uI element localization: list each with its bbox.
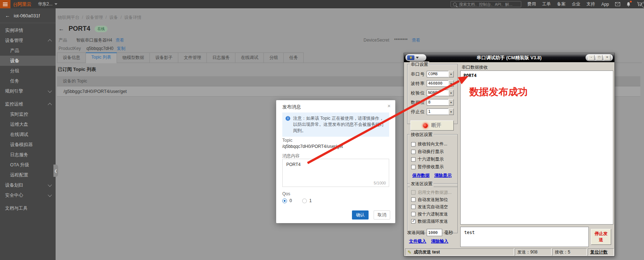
tab-topic-list[interactable]: Topic 列表 [86,52,117,63]
sidebar-item-device-mgmt[interactable]: 设备管理 [0,35,56,46]
cancel-button[interactable]: 取消 [374,210,390,219]
checkbox-hex-display[interactable]: 十六进制显示 [408,155,457,163]
topbar-menu-tickets[interactable]: 工单 [542,1,551,7]
save-data-link[interactable]: 保存数据 [412,172,430,179]
checkbox-icon [411,142,415,146]
tab-thing-model-data[interactable]: 物模型数据 [117,52,150,63]
sidebar-item-security-center[interactable]: 安全中心 [0,190,56,200]
dropdown-button[interactable] [448,71,454,77]
tab-jobs[interactable]: 任务 [284,52,304,63]
tab-log-service[interactable]: 日志服务 [207,52,235,63]
help-icon[interactable]: ? [641,2,644,8]
minimize-button[interactable]: - [588,55,595,60]
baud-rate-select[interactable]: 460800 [427,80,448,87]
search-input[interactable] [458,2,514,7]
tab-online-debug[interactable]: 在线调试 [235,52,264,63]
tab-device-shadow[interactable]: 设备影子 [150,52,178,63]
close-icon[interactable]: × [387,103,391,109]
status-message-segment: 成功发送 test [405,248,514,256]
dropdown-button[interactable] [448,80,454,87]
maximize-button[interactable]: □ [596,55,602,60]
receive-data-area[interactable]: PORT4 [460,71,613,225]
sidebar-item-instance-detail[interactable]: 实例详情 [0,25,56,35]
dropdown-button[interactable] [448,90,454,96]
send-data-box: test [460,227,589,247]
sidebar-item-ota-upgrade[interactable]: OTA 升级 [0,160,56,170]
bell-icon[interactable] [626,2,631,7]
productkey-copy-link[interactable]: 复制 [117,46,125,51]
checkbox-clear-after-send[interactable]: 发送完自动清空 [408,203,457,210]
sidebar-item-groups[interactable]: 分组 [0,66,56,76]
serial-titlebar[interactable]: ♛ 串口调试助手 (CM精装版 V3.8) - □ × [404,53,614,62]
checkbox-loop-send[interactable]: 数据流循环发送 [408,218,457,225]
interval-input[interactable] [427,229,442,236]
dropdown-button[interactable] [448,108,454,115]
sidebar-item-rules-engine[interactable]: 规则引擎 [0,86,56,96]
file-load-link[interactable]: 文件载入 [409,238,426,244]
product-view-link[interactable]: 查看 [116,38,124,43]
sidebar-item-device-simulator[interactable]: 设备模拟器 [0,140,56,150]
modal-buttons: 确认 取消 [352,210,390,219]
sidebar-item-log-service[interactable]: 日志服务 [0,150,56,160]
checkbox-hex-send[interactable]: 按十六进制发送 [408,210,457,218]
breadcrumb-devices[interactable]: 设备 [109,14,124,21]
com-port-select[interactable]: COM8 [427,71,448,77]
devicesecret-view-link[interactable]: 查看 [412,38,420,43]
topbar-menu-enterprise[interactable]: 企业 [572,1,580,7]
message-content-input[interactable]: PORT4 5/1000 [282,159,389,187]
sidebar-item-realtime-monitor[interactable]: 实时监控 [0,109,56,119]
topbar-menu-app[interactable]: App [601,2,609,7]
page-title: PORT4 [69,25,90,33]
sidebar-item-device-assign[interactable]: 设备划归 [0,180,56,190]
topbar-menu-icp[interactable]: 备案 [557,1,566,7]
send-data-input[interactable]: test [461,227,588,247]
global-search[interactable] [451,1,521,7]
tab-groups[interactable]: 分组 [264,52,284,63]
topbar-menu-support[interactable]: 支持 [587,1,595,7]
sidebar-collapse-handle[interactable]: ❮ [53,165,58,177]
breadcrumb-device-mgmt[interactable]: 设备管理 [86,14,109,21]
clear-display-link[interactable]: 清除显示 [434,172,452,179]
tab-file-mgmt[interactable]: 文件管理 [178,52,207,63]
checkbox-auto-newline[interactable]: 自动换行显示 [408,148,457,155]
alibaba-cloud-logo[interactable]: (-) 阿里云 [13,1,31,8]
sidebar-item-products[interactable]: 产品 [0,46,56,56]
statusbar: 成功发送 test 发送：908 接收：5 复位计数 [405,248,614,256]
tab-device-info[interactable]: 设备信息 [57,52,86,63]
back-arrow-icon[interactable]: ← [5,13,10,18]
hamburger-menu-icon[interactable] [0,0,10,8]
info-icon: i [286,116,290,121]
message-icon[interactable] [615,2,620,6]
qos-0-radio[interactable] [282,199,287,203]
checkbox-pause-recv[interactable]: 暂停接收显示 [408,163,457,171]
region-selector[interactable]: 华东2... [38,1,57,7]
back-arrow-icon[interactable]: ← [58,26,64,32]
sidebar-item-devices[interactable]: 设备 [0,56,56,66]
sidebar-item-jobs[interactable]: 任务 [0,76,56,86]
sidebar-item-remote-config[interactable]: 远程配置 [0,170,56,180]
clear-input-link[interactable]: 清除输入 [431,238,448,244]
sidebar-item-docs-tools[interactable]: 文档与工具 [0,203,56,213]
data-bits-select[interactable]: 8 [427,99,448,106]
send-settings-group: 发送区设置 启用文件数据源... 自动发送附加位 发送完自动清空 按十六进制发送… [407,183,458,233]
sidebar-item-ops-dashboard[interactable]: 运维大盘 [0,119,56,129]
sidebar-item-online-debug[interactable]: 在线调试 [0,129,56,140]
reset-counter-link[interactable]: 复位计数 [588,248,614,256]
breadcrumb-iot-platform[interactable]: 物联网平台 [58,14,86,21]
stop-send-button[interactable]: 停止发送 [591,229,611,245]
disconnect-button[interactable]: 断开 [410,120,454,131]
checkbox-recv-to-file[interactable]: 接收转向文件... [408,140,457,148]
confirm-button[interactable]: 确认 [352,210,369,219]
parity-select[interactable]: NONE [427,90,448,96]
productkey-value: q5bbqqc7dH0 [86,46,113,51]
qos-1-radio[interactable] [302,199,307,203]
topbar-menu-billing[interactable]: 费用 [527,1,536,7]
checkbox-auto-send-append[interactable]: 自动发送附加位 [408,196,457,203]
cart-icon[interactable] [637,2,642,7]
dropdown-button[interactable] [448,99,454,106]
stop-bits-select[interactable]: 1 [427,108,448,115]
breadcrumb: 物联网平台 设备管理 设备 设备详情 [58,14,142,21]
sidebar-item-monitoring[interactable]: 监控运维 [0,99,56,109]
qos-options: 0 1 [282,198,322,203]
close-button[interactable]: × [604,55,610,60]
